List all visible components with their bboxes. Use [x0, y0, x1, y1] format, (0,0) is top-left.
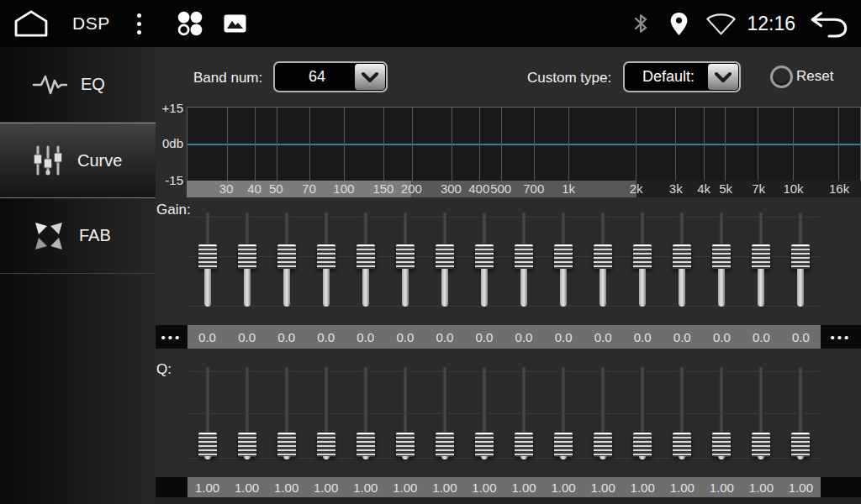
- slider-track: [758, 367, 764, 434]
- q-slider[interactable]: [198, 367, 218, 459]
- slider-thumb[interactable]: [277, 244, 296, 269]
- gain-slider[interactable]: [356, 213, 376, 307]
- eq-curve-plot[interactable]: [187, 107, 861, 181]
- slider-thumb[interactable]: [475, 433, 494, 457]
- gain-slider[interactable]: [514, 213, 534, 307]
- slider-thumb[interactable]: [475, 244, 494, 269]
- slider-thumb[interactable]: [396, 244, 415, 269]
- slider-track: [561, 213, 567, 246]
- gain-slider[interactable]: [198, 213, 218, 307]
- x-tick-label: 16k: [829, 181, 849, 197]
- slider-thumb[interactable]: [712, 244, 731, 269]
- slider-thumb[interactable]: [277, 433, 296, 457]
- slider-thumb[interactable]: [633, 244, 652, 269]
- slider-thumb[interactable]: [436, 244, 454, 269]
- sidebar-item-curve[interactable]: Curve: [0, 123, 156, 198]
- q-slider[interactable]: [514, 367, 534, 459]
- slider-thumb[interactable]: [238, 433, 256, 457]
- gain-slider[interactable]: [593, 213, 613, 307]
- slider-thumb[interactable]: [396, 433, 415, 457]
- q-slider[interactable]: [632, 367, 652, 459]
- gain-slider[interactable]: [435, 213, 455, 307]
- slider-thumb[interactable]: [515, 244, 533, 269]
- custom-type-dropdown[interactable]: Default:: [623, 61, 741, 92]
- slider-thumb[interactable]: [594, 244, 612, 269]
- q-more-left-button[interactable]: [156, 477, 188, 497]
- q-slider[interactable]: [356, 367, 376, 459]
- gridline: [277, 108, 277, 181]
- slider-thumb[interactable]: [752, 433, 770, 457]
- slider-track: [402, 269, 409, 307]
- gain-value: 0.0: [504, 325, 544, 349]
- slider-thumb[interactable]: [633, 433, 652, 457]
- gain-slider[interactable]: [751, 213, 771, 307]
- slider-thumb[interactable]: [515, 433, 533, 457]
- slider-track: [362, 367, 368, 434]
- slider-track: [323, 456, 330, 459]
- slider-thumb[interactable]: [791, 244, 810, 269]
- eq-response-line: [188, 144, 860, 145]
- q-slider[interactable]: [474, 367, 494, 459]
- apps-icon[interactable]: [175, 10, 205, 37]
- q-slider[interactable]: [751, 367, 771, 459]
- overflow-menu-icon[interactable]: [134, 10, 145, 38]
- q-slider[interactable]: [790, 367, 811, 459]
- slider-track: [323, 269, 330, 307]
- slider-track: [758, 269, 764, 307]
- slider-thumb[interactable]: [357, 433, 375, 457]
- q-more-right-button[interactable]: [821, 477, 861, 497]
- slider-track: [797, 269, 804, 307]
- slider-thumb[interactable]: [673, 433, 691, 457]
- q-slider[interactable]: [553, 367, 573, 459]
- band-num-dropdown[interactable]: 64: [273, 61, 388, 92]
- slider-track: [718, 269, 725, 307]
- gain-more-right-button[interactable]: •••: [821, 325, 861, 349]
- gain-slider[interactable]: [395, 213, 415, 307]
- slider-thumb[interactable]: [791, 433, 810, 457]
- chevron-down-icon[interactable]: [708, 64, 738, 90]
- slider-thumb[interactable]: [594, 433, 612, 457]
- slider-thumb[interactable]: [317, 244, 335, 269]
- gain-slider[interactable]: [237, 213, 257, 307]
- slider-column: [504, 213, 544, 307]
- q-slider[interactable]: [277, 367, 297, 459]
- q-slider[interactable]: [672, 367, 692, 459]
- slider-thumb[interactable]: [357, 244, 375, 269]
- gain-slider[interactable]: [316, 213, 336, 307]
- slider-thumb[interactable]: [238, 244, 256, 269]
- q-slider[interactable]: [395, 367, 415, 459]
- x-tick-label: 70: [302, 181, 316, 197]
- gain-slider[interactable]: [672, 213, 692, 307]
- slider-thumb[interactable]: [752, 244, 770, 269]
- gain-slider[interactable]: [553, 213, 573, 307]
- gain-slider[interactable]: [474, 213, 494, 307]
- q-slider[interactable]: [593, 367, 613, 459]
- slider-thumb[interactable]: [712, 433, 731, 457]
- slider-column: [306, 213, 346, 307]
- q-slider[interactable]: [237, 367, 257, 459]
- slider-thumb[interactable]: [554, 433, 573, 457]
- gallery-icon[interactable]: [224, 14, 246, 33]
- gridline: [412, 108, 413, 181]
- q-slider[interactable]: [711, 367, 732, 459]
- gain-more-left-button[interactable]: •••: [156, 325, 188, 349]
- reset-radio[interactable]: [770, 66, 793, 88]
- back-icon[interactable]: [807, 9, 849, 38]
- slider-thumb[interactable]: [317, 433, 335, 457]
- q-slider[interactable]: [316, 367, 336, 459]
- sidebar-item-fab[interactable]: FAB: [0, 198, 156, 274]
- gain-slider[interactable]: [277, 213, 297, 307]
- sidebar-item-eq[interactable]: EQ: [0, 47, 156, 123]
- home-icon[interactable]: [12, 9, 50, 38]
- q-slider[interactable]: [435, 367, 455, 459]
- slider-thumb[interactable]: [554, 244, 573, 269]
- chevron-down-icon[interactable]: [355, 64, 385, 90]
- gain-slider[interactable]: [632, 213, 652, 307]
- slider-thumb[interactable]: [198, 244, 217, 269]
- gain-slider[interactable]: [790, 213, 811, 307]
- slider-thumb[interactable]: [673, 244, 691, 269]
- slider-thumb[interactable]: [436, 433, 454, 457]
- gain-slider[interactable]: [711, 213, 732, 307]
- slider-track: [244, 456, 251, 459]
- slider-thumb[interactable]: [198, 433, 217, 457]
